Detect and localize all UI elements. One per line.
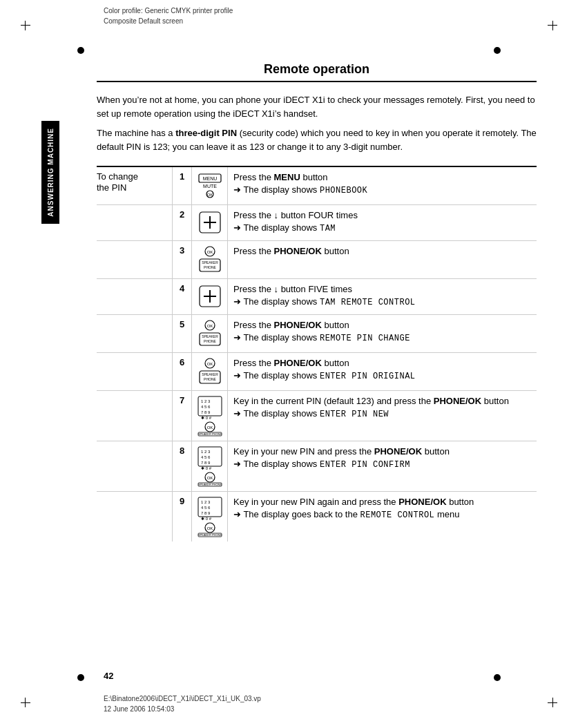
- step-header-empty: [97, 315, 173, 352]
- table-row: 2 Press the ↓ button FOUR times ➜ The di…: [97, 205, 537, 241]
- step-desc-8: Key in your new PIN and press the PHONE/…: [228, 441, 537, 491]
- speaker-phone-icon-3: OK SPEAKER PHONE: [197, 357, 223, 386]
- reg-dot-tr: [494, 47, 501, 54]
- svg-text:OK: OK: [206, 324, 213, 328]
- svg-text:SPEAKER PHONE: SPEAKER PHONE: [198, 533, 222, 537]
- intro-text: When you’re not at home, you can phone y…: [97, 93, 537, 155]
- svg-text:4 5 6: 4 5 6: [201, 506, 211, 510]
- step-desc-9: Key in your new PIN again and press the …: [228, 492, 537, 542]
- step-num-1: 1: [173, 167, 192, 204]
- reg-dot-br: [494, 674, 501, 681]
- svg-text:4 5 6: 4 5 6: [201, 405, 211, 409]
- step-desc-3: Press the PHONE/OK button: [228, 241, 537, 278]
- step-icon-3: OK SPEAKER PHONE: [192, 241, 228, 278]
- bottom-info: E:\Binatone2006\iDECT_X1i\iDECT_X1i_UK_0…: [104, 693, 261, 714]
- svg-text:PHONE: PHONE: [204, 265, 216, 269]
- table-row: To changethe PIN 1 MENU MUTE OK Press th…: [97, 167, 537, 205]
- table-row: 9 1 2 3 4 5 6 7 8 9 ✱ 0 # OK SPEAKER PHO…: [97, 492, 537, 542]
- step-desc-5: Press the PHONE/OK button ➜ The display …: [228, 315, 537, 352]
- step-num-6: 6: [173, 353, 192, 390]
- down-button-icon-2: [197, 283, 223, 309]
- table-row: 3 OK SPEAKER PHONE Press the PHONE/OK bu…: [97, 241, 537, 279]
- svg-text:OK: OK: [206, 193, 213, 197]
- step-desc-7: Key in the current PIN (default 123) and…: [228, 391, 537, 441]
- table-row: 5 OK SPEAKER PHONE Press the PHONE/OK bu…: [97, 315, 537, 353]
- svg-text:1 2 3: 1 2 3: [201, 500, 211, 504]
- crop-mark-tl: [21, 21, 35, 35]
- svg-text:SPEAKER: SPEAKER: [202, 334, 218, 338]
- step-header-empty: [97, 241, 173, 278]
- svg-text:OK: OK: [206, 476, 213, 480]
- svg-text:MUTE: MUTE: [203, 184, 217, 189]
- svg-text:1 2 3: 1 2 3: [201, 450, 211, 454]
- page-number: 42: [104, 671, 113, 681]
- intro-para1: When you’re not at home, you can phone y…: [97, 93, 537, 121]
- svg-text:1 2 3: 1 2 3: [201, 399, 211, 403]
- down-button-icon: [197, 209, 223, 236]
- svg-text:SPEAKER PHONE: SPEAKER PHONE: [198, 432, 222, 436]
- speaker-phone-icon-2: OK SPEAKER PHONE: [197, 319, 223, 348]
- menu-button-icon: MENU MUTE OK: [195, 171, 224, 200]
- svg-text:✱ 0 #: ✱ 0 #: [201, 416, 212, 420]
- svg-text:SPEAKER PHONE: SPEAKER PHONE: [198, 483, 222, 486]
- step-header-empty: [97, 492, 173, 542]
- step-num-5: 5: [173, 315, 192, 352]
- step-icon-7: 1 2 3 4 5 6 7 8 9 ✱ 0 # OK SPEAKER PHONE: [192, 391, 228, 441]
- svg-text:7 8 9: 7 8 9: [201, 461, 211, 465]
- step-icon-6: OK SPEAKER PHONE: [192, 353, 228, 390]
- svg-text:OK: OK: [206, 362, 213, 366]
- table-row: 4 Press the ↓ button FIVE times ➜ The di…: [97, 279, 537, 315]
- crop-mark-tr: [543, 21, 557, 35]
- table-row: 6 OK SPEAKER PHONE Press the PHONE/OK bu…: [97, 353, 537, 391]
- sidebar-label: ANSWERING MACHINE: [47, 128, 55, 217]
- step-desc-1: Press the MENU button ➜ The display show…: [228, 167, 537, 204]
- step-desc-2: Press the ↓ button FOUR times ➜ The disp…: [228, 205, 537, 240]
- svg-text:MENU: MENU: [202, 176, 217, 181]
- step-desc-4: Press the ↓ button FIVE times ➜ The disp…: [228, 279, 537, 314]
- title-rule: [97, 81, 537, 82]
- step-num-2: 2: [173, 205, 192, 240]
- keypad-speaker-icon-3: 1 2 3 4 5 6 7 8 9 ✱ 0 # OK SPEAKER PHONE: [195, 496, 224, 537]
- step-header: To changethe PIN: [97, 167, 173, 204]
- main-content: Remote operation When you’re not at home…: [97, 62, 537, 659]
- sidebar-tab: ANSWERING MACHINE: [41, 121, 59, 224]
- step-icon-8: 1 2 3 4 5 6 7 8 9 ✱ 0 # OK SPEAKER PHONE: [192, 441, 228, 491]
- svg-text:7 8 9: 7 8 9: [201, 410, 211, 414]
- svg-text:PHONE: PHONE: [204, 339, 216, 343]
- steps-section: To changethe PIN 1 MENU MUTE OK Press th…: [97, 166, 537, 542]
- svg-text:✱ 0 #: ✱ 0 #: [201, 517, 212, 521]
- step-icon-9: 1 2 3 4 5 6 7 8 9 ✱ 0 # OK SPEAKER PHONE: [192, 492, 228, 542]
- step-num-9: 9: [173, 492, 192, 542]
- step-num-8: 8: [173, 441, 192, 491]
- top-info: Color profile: Generic CMYK printer prof…: [104, 6, 233, 26]
- svg-text:PHONE: PHONE: [204, 377, 216, 381]
- step-header-empty: [97, 205, 173, 240]
- step-num-7: 7: [173, 391, 192, 441]
- svg-text:SPEAKER: SPEAKER: [202, 260, 218, 265]
- svg-text:4 5 6: 4 5 6: [201, 455, 211, 459]
- step-header-empty: [97, 441, 173, 491]
- svg-text:SPEAKER: SPEAKER: [202, 372, 218, 376]
- table-row: 8 1 2 3 4 5 6 7 8 9 ✱ 0 # OK SPEAKER PHO…: [97, 441, 537, 492]
- step-num-3: 3: [173, 241, 192, 278]
- speaker-phone-icon: OK SPEAKER PHONE: [197, 245, 223, 274]
- step-icon-4: [192, 279, 228, 314]
- step-icon-2: [192, 205, 228, 240]
- svg-text:OK: OK: [206, 250, 213, 254]
- intro-para2: The machine has a three-digit PIN (secur…: [97, 126, 537, 154]
- crop-mark-br: [543, 693, 557, 707]
- keypad-speaker-icon: 1 2 3 4 5 6 7 8 9 ✱ 0 # OK SPEAKER PHONE: [195, 395, 224, 437]
- crop-mark-bl: [21, 693, 35, 707]
- step-header-empty: [97, 353, 173, 390]
- table-row: 7 1 2 3 4 5 6 7 8 9 ✱ 0 # OK SPEAKER PHO…: [97, 391, 537, 441]
- keypad-speaker-icon-2: 1 2 3 4 5 6 7 8 9 ✱ 0 # OK SPEAKER PHONE: [195, 446, 224, 487]
- step-header-empty: [97, 391, 173, 441]
- svg-text:7 8 9: 7 8 9: [201, 511, 211, 515]
- step-desc-6: Press the PHONE/OK button ➜ The display …: [228, 353, 537, 390]
- step-num-4: 4: [173, 279, 192, 314]
- reg-dot-bl: [77, 674, 84, 681]
- svg-text:OK: OK: [206, 425, 213, 430]
- svg-text:✱ 0 #: ✱ 0 #: [201, 466, 212, 470]
- svg-text:OK: OK: [206, 526, 213, 530]
- step-icon-1: MENU MUTE OK: [192, 167, 228, 204]
